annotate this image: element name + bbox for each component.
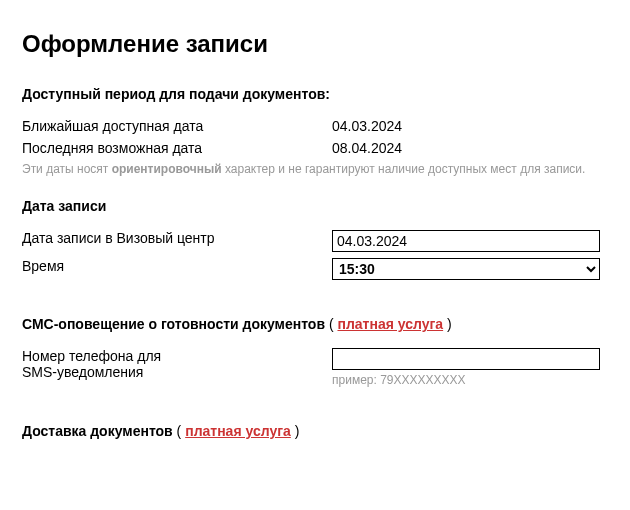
fine-print-suffix: характер и не гарантируют наличие доступ…	[222, 162, 586, 176]
fine-print-emphasis: ориентировочный	[112, 162, 222, 176]
sms-paren-close: )	[443, 316, 452, 332]
delivery-heading: Доставка документов ( платная услуга )	[22, 423, 608, 439]
page-title: Оформление записи	[22, 30, 608, 58]
sms-phone-label-line1: Номер телефона для	[22, 348, 161, 364]
sms-phone-example: пример: 79XXXXXXXXX	[332, 373, 608, 387]
sms-heading: СМС-оповещение о готовности документов (…	[22, 316, 608, 332]
delivery-heading-text: Доставка документов	[22, 423, 173, 439]
appointment-time-label: Время	[22, 258, 332, 274]
nearest-date-value: 04.03.2024	[332, 118, 608, 134]
fine-print-prefix: Эти даты носят	[22, 162, 112, 176]
period-fine-print: Эти даты носят ориентировочный характер …	[22, 162, 608, 176]
appointment-heading: Дата записи	[22, 198, 608, 214]
sms-heading-text: СМС-оповещение о готовности документов	[22, 316, 325, 332]
last-date-label: Последняя возможная дата	[22, 140, 332, 156]
nearest-date-label: Ближайшая доступная дата	[22, 118, 332, 134]
delivery-paren-close: )	[291, 423, 300, 439]
appointment-date-input[interactable]	[332, 230, 600, 252]
sms-paid-service-link[interactable]: платная услуга	[337, 316, 443, 332]
sms-phone-label-line2: SMS-уведомления	[22, 364, 143, 380]
delivery-paid-service-link[interactable]: платная услуга	[185, 423, 291, 439]
last-date-value: 08.04.2024	[332, 140, 608, 156]
appointment-time-select[interactable]: 15:30	[332, 258, 600, 280]
sms-phone-input[interactable]	[332, 348, 600, 370]
delivery-paren-open: (	[173, 423, 185, 439]
sms-paren-open: (	[325, 316, 337, 332]
period-heading: Доступный период для подачи документов:	[22, 86, 608, 102]
sms-phone-label: Номер телефона для SMS-уведомления	[22, 348, 332, 380]
appointment-date-label: Дата записи в Визовый центр	[22, 230, 332, 246]
